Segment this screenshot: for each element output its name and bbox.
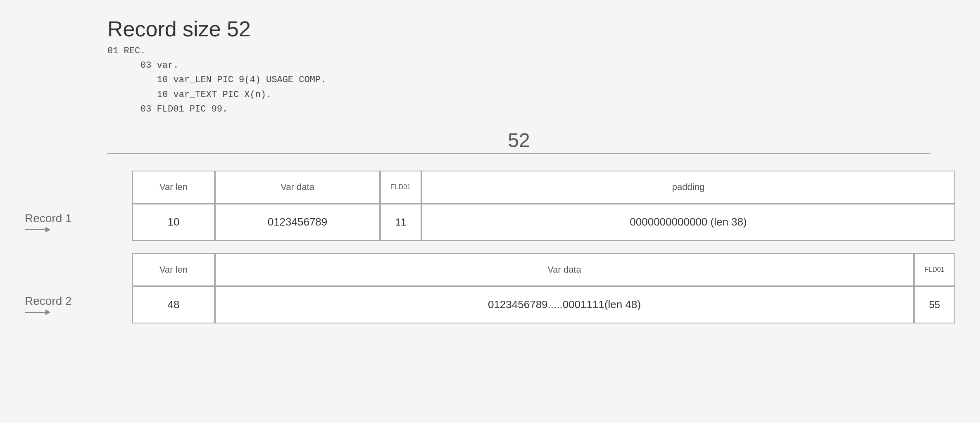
size-number: 52 [107,129,930,152]
record2-data-fld01: 55 [914,286,955,323]
record2-header-varlen: Var len [132,253,215,286]
record2-data-vardata: 0123456789.....0001111(len 48) [215,286,914,323]
record1-header-varlen: Var len [132,171,215,204]
record1-header-padding: padding [421,171,955,204]
record1-data-vardata: 0123456789 [215,204,380,241]
cobol-line-4: 10 var_TEXT PIC X(n). [157,88,955,102]
record1-data-row: 10 0123456789 11 0000000000000 (len 38) [132,204,955,241]
record1-data-varlen: 10 [132,204,215,241]
record2-data-row: 48 0123456789.....0001111(len 48) 55 [132,286,955,323]
record2-arrow-head [45,309,50,315]
page-title: Record size 52 [107,17,955,41]
record2-arrow [25,309,50,315]
record2-label-block: Record 2 [25,295,132,315]
record2-header-vardata: Var data [215,253,914,286]
record1-data-fld01: 11 [380,204,421,241]
record2-label-spacer [25,253,132,286]
size-indicator: 52 [107,129,930,154]
records-section: Var len Var data FLD01 padding Record 1 … [25,171,955,323]
cobol-line-5: 03 FLD01 PIC 99. [140,102,955,116]
record2-label: Record 2 [25,295,72,308]
record1-label: Record 1 [25,212,72,225]
cobol-line-1: 01 REC. [107,44,955,58]
record2-header-row: Var len Var data FLD01 [132,253,955,286]
record1-arrow [25,227,50,233]
record1-arrow-line [25,229,45,230]
record2-data-varlen: 48 [132,286,215,323]
record1-data-padding: 0000000000000 (len 38) [421,204,955,241]
record1-arrow-head [45,227,50,233]
cobol-code-block: 01 REC. 03 var. 10 var_LEN PIC 9(4) USAG… [107,44,955,116]
record1-header-fld01: FLD01 [380,171,421,204]
cobol-line-2: 03 var. [140,58,955,73]
record2-header-fld01: FLD01 [914,253,955,286]
record1-label-block: Record 1 [25,212,132,233]
record1-label-spacer [25,171,132,204]
record1-header-vardata: Var data [215,171,380,204]
size-line [107,153,930,154]
record1-header-row: Var len Var data FLD01 padding [132,171,955,204]
record2-arrow-line [25,312,45,313]
cobol-line-3: 10 var_LEN PIC 9(4) USAGE COMP. [157,73,955,87]
